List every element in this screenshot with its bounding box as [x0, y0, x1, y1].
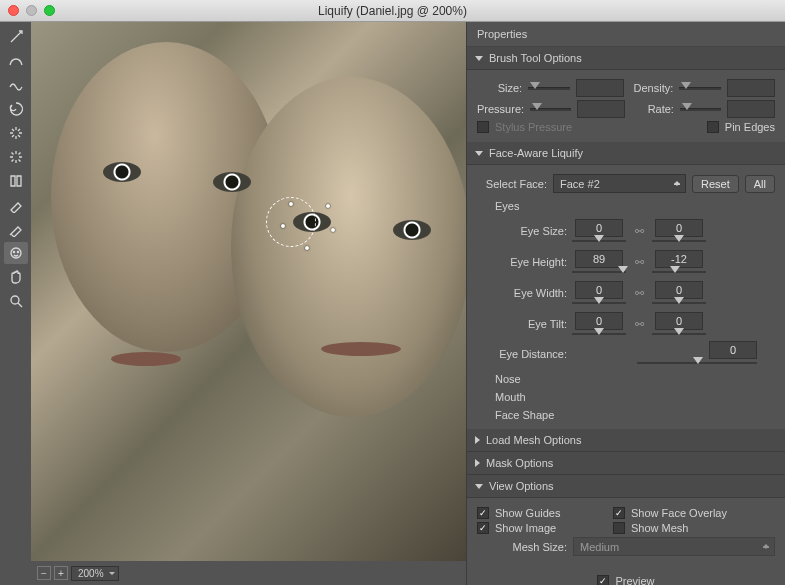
pin-edges-checkbox[interactable]: Pin Edges [707, 121, 775, 133]
svg-point-1 [13, 251, 14, 252]
zoom-tool[interactable] [4, 290, 28, 312]
zoom-select[interactable]: 200% [71, 566, 119, 581]
eyes-header[interactable]: Eyes [477, 196, 775, 214]
rate-field[interactable] [727, 100, 775, 118]
section-label: Mask Options [486, 457, 553, 469]
mesh-size-dropdown: Medium [573, 537, 775, 556]
mask-options-header[interactable]: Mask Options [467, 452, 785, 475]
panel-footer: ✓Preview Default OK [467, 565, 785, 585]
eye-tilt-label: Eye Tilt: [481, 318, 567, 330]
panel-title: Properties [467, 22, 785, 47]
show-image-checkbox[interactable]: ✓Show Image [477, 522, 607, 534]
eye-width-right-slider[interactable] [652, 300, 706, 306]
face-marker[interactable] [305, 246, 309, 250]
link-icon[interactable]: ⚯ [631, 279, 647, 307]
liquify-toolbar [0, 22, 31, 585]
eye-height-left-field[interactable] [575, 250, 623, 268]
image-content [213, 172, 251, 192]
link-icon[interactable]: ⚯ [631, 217, 647, 245]
mesh-size-label: Mesh Size: [477, 541, 567, 553]
subsection-label: Mouth [495, 391, 526, 403]
push-left-tool[interactable] [4, 170, 28, 192]
reset-face-button[interactable]: Reset [692, 175, 739, 193]
view-options-header[interactable]: View Options [467, 475, 785, 498]
eye-tilt-right-slider[interactable] [652, 331, 706, 337]
link-icon[interactable]: ⚯ [631, 248, 647, 276]
smooth-tool[interactable] [4, 74, 28, 96]
eye-height-left-slider[interactable] [572, 269, 626, 275]
checkbox-label: Show Mesh [631, 522, 688, 534]
eye-height-right-slider[interactable] [652, 269, 706, 275]
eye-size-right-slider[interactable] [652, 238, 706, 244]
disclosure-down-icon [475, 56, 483, 61]
show-guides-checkbox[interactable]: ✓Show Guides [477, 507, 607, 519]
image-content [231, 77, 466, 417]
checkbox-label: Preview [615, 575, 654, 585]
zoom-value: 200% [78, 568, 104, 579]
dropdown-value: Face #2 [560, 178, 600, 190]
face-marker[interactable] [331, 228, 335, 232]
subsection-label: Nose [495, 373, 521, 385]
mouth-header[interactable]: Mouth [477, 387, 775, 405]
properties-panel: Properties Brush Tool Options Size: Dens… [466, 22, 785, 585]
disclosure-right-icon [475, 436, 480, 444]
eyes-controls: Eye Size: ⚯ Eye Height: ⚯ Eye Width: ⚯ [477, 217, 775, 366]
density-field[interactable] [727, 79, 775, 97]
forward-warp-tool[interactable] [4, 26, 28, 48]
section-label: Load Mesh Options [486, 434, 581, 446]
pressure-field[interactable] [577, 100, 625, 118]
size-field[interactable] [576, 79, 624, 97]
zoom-in-button[interactable]: + [54, 566, 68, 580]
disclosure-down-icon [475, 151, 483, 156]
bloat-tool[interactable] [4, 146, 28, 168]
link-icon[interactable]: ⚯ [631, 310, 647, 338]
window-titlebar: Liquify (Daniel.jpg @ 200%) [0, 0, 785, 22]
show-mesh-checkbox[interactable]: Show Mesh [613, 522, 688, 534]
hand-tool[interactable] [4, 266, 28, 288]
zoom-bar: − + 200% [31, 561, 466, 585]
eye-distance-slider[interactable] [637, 360, 757, 366]
reset-all-button[interactable]: All [745, 175, 775, 193]
subsection-label: Face Shape [495, 409, 554, 421]
eye-distance-label: Eye Distance: [481, 348, 567, 360]
size-slider[interactable] [528, 85, 570, 91]
pucker-tool[interactable] [4, 122, 28, 144]
twirl-tool[interactable] [4, 98, 28, 120]
eye-width-left-slider[interactable] [572, 300, 626, 306]
nose-header[interactable]: Nose [477, 369, 775, 387]
reconstruct-tool[interactable] [4, 50, 28, 72]
zoom-out-button[interactable]: − [37, 566, 51, 580]
eye-size-left-slider[interactable] [572, 238, 626, 244]
face-marker[interactable] [281, 224, 285, 228]
section-label: Face-Aware Liquify [489, 147, 583, 159]
freeze-mask-tool[interactable] [4, 194, 28, 216]
preview-canvas[interactable] [31, 22, 466, 561]
thaw-mask-tool[interactable] [4, 218, 28, 240]
load-mesh-header[interactable]: Load Mesh Options [467, 429, 785, 452]
checkbox-label: Stylus Pressure [495, 121, 572, 133]
brush-options-body: Size: Density: Pressure: Rate: Stylus Pr… [467, 70, 785, 142]
eye-width-label: Eye Width: [481, 287, 567, 299]
rate-slider[interactable] [680, 106, 721, 112]
face-marker[interactable] [289, 202, 293, 206]
density-slider[interactable] [679, 85, 721, 91]
face-aware-body: Select Face: Face #2 Reset All Eyes Eye … [467, 165, 785, 429]
face-tool[interactable] [4, 242, 28, 264]
select-face-dropdown[interactable]: Face #2 [553, 174, 686, 193]
disclosure-right-icon [475, 459, 480, 467]
face-marker[interactable] [326, 204, 330, 208]
section-label: View Options [489, 480, 554, 492]
section-label: Brush Tool Options [489, 52, 582, 64]
face-shape-header[interactable]: Face Shape [477, 405, 775, 423]
eye-distance-field[interactable] [709, 341, 757, 359]
pressure-slider[interactable] [530, 106, 571, 112]
eye-tilt-left-slider[interactable] [572, 331, 626, 337]
disclosure-down-icon [475, 484, 483, 489]
face-aware-header[interactable]: Face-Aware Liquify [467, 142, 785, 165]
show-face-overlay-checkbox[interactable]: ✓Show Face Overlay [613, 507, 727, 519]
preview-checkbox[interactable]: ✓Preview [597, 575, 654, 585]
dropdown-value: Medium [580, 541, 619, 553]
image-content [393, 220, 431, 240]
image-content [111, 352, 181, 366]
brush-options-header[interactable]: Brush Tool Options [467, 47, 785, 70]
